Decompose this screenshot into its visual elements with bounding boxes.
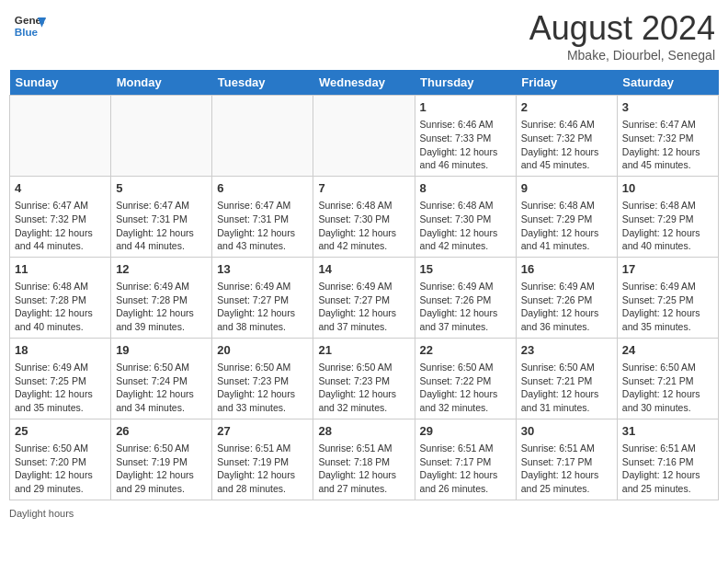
column-header-tuesday: Tuesday <box>212 70 313 96</box>
calendar-cell: 3Sunrise: 6:47 AMSunset: 7:32 PMDaylight… <box>617 96 718 177</box>
calendar-cell: 10Sunrise: 6:48 AMSunset: 7:29 PMDayligh… <box>617 176 718 257</box>
day-number: 15 <box>420 261 511 278</box>
day-info-line: Sunset: 7:26 PM <box>420 293 511 307</box>
day-info-line: Sunset: 7:18 PM <box>318 455 409 469</box>
day-info-line: Sunrise: 6:48 AM <box>622 199 713 213</box>
week-row-2: 4Sunrise: 6:47 AMSunset: 7:32 PMDaylight… <box>10 176 719 257</box>
day-info-line: Daylight: 12 hours and 29 minutes. <box>15 468 106 495</box>
day-number: 10 <box>622 180 713 197</box>
calendar-cell: 1Sunrise: 6:46 AMSunset: 7:33 PMDaylight… <box>415 96 516 177</box>
day-info-line: Sunrise: 6:49 AM <box>622 280 713 293</box>
column-header-saturday: Saturday <box>617 70 718 96</box>
day-info-line: Sunset: 7:31 PM <box>116 213 207 226</box>
day-info-line: Daylight: 12 hours and 25 minutes. <box>622 468 713 495</box>
calendar-cell: 24Sunrise: 6:50 AMSunset: 7:21 PMDayligh… <box>617 338 718 419</box>
day-number: 26 <box>116 423 207 440</box>
column-header-wednesday: Wednesday <box>313 70 415 96</box>
day-info-line: Sunset: 7:25 PM <box>15 374 106 388</box>
day-info-line: Daylight: 12 hours and 41 minutes. <box>521 226 612 253</box>
column-header-thursday: Thursday <box>415 70 516 96</box>
calendar-cell: 11Sunrise: 6:48 AMSunset: 7:28 PMDayligh… <box>10 257 111 338</box>
day-info-line: Sunset: 7:21 PM <box>521 374 612 388</box>
day-info-line: Daylight: 12 hours and 37 minutes. <box>318 306 409 333</box>
day-info-line: Sunrise: 6:51 AM <box>622 442 713 455</box>
location-subtitle: Mbake, Diourbel, Senegal <box>529 48 715 63</box>
day-info-line: Sunrise: 6:49 AM <box>116 280 207 293</box>
calendar-cell: 30Sunrise: 6:51 AMSunset: 7:17 PMDayligh… <box>516 419 617 500</box>
day-info-line: Sunrise: 6:46 AM <box>521 118 612 132</box>
day-number: 31 <box>622 423 713 440</box>
day-info-line: Sunrise: 6:47 AM <box>116 199 207 213</box>
day-info-line: Sunrise: 6:50 AM <box>420 361 511 374</box>
day-info-line: Sunset: 7:26 PM <box>521 293 612 307</box>
day-number: 24 <box>622 342 713 359</box>
day-info-line: Sunrise: 6:50 AM <box>116 361 207 374</box>
day-info-line: Sunrise: 6:50 AM <box>318 361 409 374</box>
day-number: 13 <box>217 261 308 278</box>
day-info-line: Sunset: 7:32 PM <box>622 132 713 145</box>
day-number: 30 <box>521 423 612 440</box>
calendar-cell: 21Sunrise: 6:50 AMSunset: 7:23 PMDayligh… <box>313 338 415 419</box>
day-info-line: Daylight: 12 hours and 29 minutes. <box>116 468 207 495</box>
day-info-line: Daylight: 12 hours and 44 minutes. <box>116 226 207 253</box>
day-number: 12 <box>116 261 207 278</box>
day-info-line: Sunrise: 6:49 AM <box>217 280 308 293</box>
calendar-cell: 22Sunrise: 6:50 AMSunset: 7:22 PMDayligh… <box>415 338 516 419</box>
day-info-line: Daylight: 12 hours and 39 minutes. <box>116 306 207 333</box>
day-number: 23 <box>521 342 612 359</box>
day-info-line: Daylight: 12 hours and 45 minutes. <box>622 145 713 172</box>
day-info-line: Sunset: 7:19 PM <box>116 455 207 469</box>
week-row-5: 25Sunrise: 6:50 AMSunset: 7:20 PMDayligh… <box>10 419 719 500</box>
calendar-cell: 15Sunrise: 6:49 AMSunset: 7:26 PMDayligh… <box>415 257 516 338</box>
logo-icon: General Blue <box>13 9 46 42</box>
calendar-cell <box>212 96 313 177</box>
day-info-line: Daylight: 12 hours and 37 minutes. <box>420 306 511 333</box>
day-info-line: Sunset: 7:31 PM <box>217 213 308 226</box>
day-info-line: Sunrise: 6:50 AM <box>622 361 713 374</box>
day-info-line: Sunset: 7:17 PM <box>420 455 511 469</box>
day-number: 28 <box>318 423 409 440</box>
day-info-line: Sunset: 7:32 PM <box>15 213 106 226</box>
day-info-line: Sunrise: 6:51 AM <box>420 442 511 455</box>
day-info-line: Sunrise: 6:51 AM <box>521 442 612 455</box>
day-info-line: Sunrise: 6:50 AM <box>15 442 106 455</box>
day-info-line: Daylight: 12 hours and 42 minutes. <box>420 226 511 253</box>
week-row-4: 18Sunrise: 6:49 AMSunset: 7:25 PMDayligh… <box>10 338 719 419</box>
calendar-cell: 31Sunrise: 6:51 AMSunset: 7:16 PMDayligh… <box>617 419 718 500</box>
day-info-line: Daylight: 12 hours and 38 minutes. <box>217 306 308 333</box>
day-info-line: Daylight: 12 hours and 31 minutes. <box>521 387 612 414</box>
day-info-line: Sunset: 7:33 PM <box>420 132 511 145</box>
day-number: 5 <box>116 180 207 197</box>
day-info-line: Sunrise: 6:50 AM <box>116 442 207 455</box>
day-number: 3 <box>622 99 713 116</box>
calendar-cell: 25Sunrise: 6:50 AMSunset: 7:20 PMDayligh… <box>10 419 111 500</box>
day-info-line: Daylight: 12 hours and 30 minutes. <box>622 387 713 414</box>
calendar-cell: 9Sunrise: 6:48 AMSunset: 7:29 PMDaylight… <box>516 176 617 257</box>
day-info-line: Daylight: 12 hours and 26 minutes. <box>420 468 511 495</box>
calendar-cell: 26Sunrise: 6:50 AMSunset: 7:19 PMDayligh… <box>111 419 212 500</box>
day-info-line: Sunrise: 6:46 AM <box>420 118 511 132</box>
day-number: 22 <box>420 342 511 359</box>
calendar-cell: 18Sunrise: 6:49 AMSunset: 7:25 PMDayligh… <box>10 338 111 419</box>
day-info-line: Daylight: 12 hours and 34 minutes. <box>116 387 207 414</box>
day-info-line: Daylight: 12 hours and 42 minutes. <box>318 226 409 253</box>
day-info-line: Sunset: 7:23 PM <box>217 374 308 388</box>
day-info-line: Sunset: 7:29 PM <box>622 213 713 226</box>
title-block: August 2024 Mbake, Diourbel, Senegal <box>529 9 715 63</box>
daylight-label: Daylight hours <box>9 508 74 519</box>
day-info-line: Daylight: 12 hours and 35 minutes. <box>622 306 713 333</box>
calendar-cell <box>313 96 415 177</box>
day-info-line: Sunset: 7:28 PM <box>116 293 207 307</box>
calendar-cell: 23Sunrise: 6:50 AMSunset: 7:21 PMDayligh… <box>516 338 617 419</box>
day-number: 4 <box>15 180 106 197</box>
day-number: 6 <box>217 180 308 197</box>
day-number: 25 <box>15 423 106 440</box>
day-info-line: Sunrise: 6:48 AM <box>521 199 612 213</box>
day-info-line: Daylight: 12 hours and 28 minutes. <box>217 468 308 495</box>
day-number: 17 <box>622 261 713 278</box>
day-number: 14 <box>318 261 409 278</box>
calendar-cell: 19Sunrise: 6:50 AMSunset: 7:24 PMDayligh… <box>111 338 212 419</box>
day-info-line: Sunrise: 6:48 AM <box>318 199 409 213</box>
day-number: 29 <box>420 423 511 440</box>
calendar-cell: 12Sunrise: 6:49 AMSunset: 7:28 PMDayligh… <box>111 257 212 338</box>
